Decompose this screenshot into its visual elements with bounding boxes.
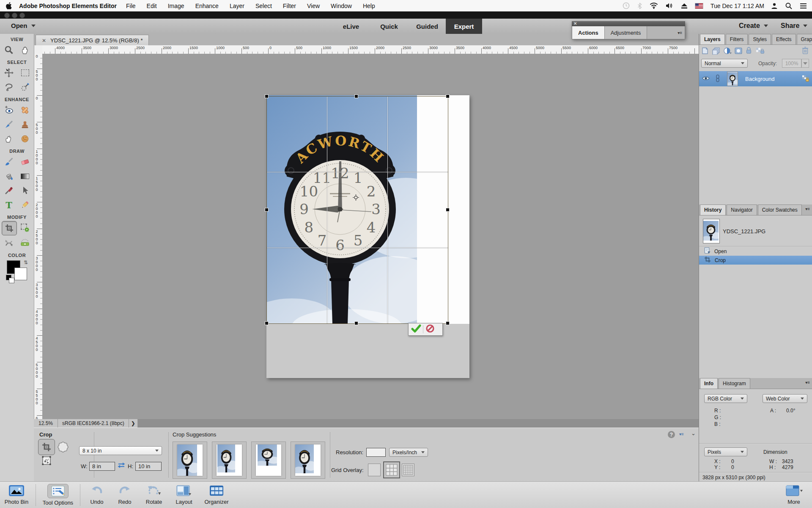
background-color-swatch[interactable] [14, 268, 27, 280]
hand-tool-icon[interactable] [18, 43, 32, 57]
organizer-button[interactable]: Organizer [199, 482, 234, 508]
zoom-tool-icon[interactable] [2, 43, 16, 57]
tab-history[interactable]: History [700, 204, 726, 215]
layer-lock-badge-icon[interactable] [802, 75, 809, 83]
window-close-button[interactable] [4, 13, 10, 18]
tab-adjustments[interactable]: Adjustments [605, 26, 647, 39]
layout-button[interactable]: Layout [169, 482, 199, 508]
crop-tool-icon[interactable] [2, 221, 17, 235]
eject-icon[interactable] [681, 3, 688, 9]
sponge-tool-icon[interactable] [18, 132, 32, 146]
time-machine-icon[interactable] [623, 2, 630, 9]
menu-bar-clock[interactable]: Tue Dec 17 1:12 AM [710, 3, 764, 9]
panel-menu-icon[interactable]: ▾≡ [805, 207, 810, 211]
quick-selection-tool-icon[interactable] [18, 80, 32, 94]
layer-link-icon[interactable] [715, 75, 720, 83]
crop-height-input[interactable]: 10 in [135, 462, 162, 471]
redo-button[interactable]: Redo [111, 482, 139, 508]
window-zoom-button[interactable] [19, 13, 25, 18]
panel-menu-icon[interactable]: ▾≡ [805, 380, 810, 385]
spot-healing-brush-tool-icon[interactable] [18, 103, 32, 117]
recompose-tool-icon[interactable] [18, 221, 32, 235]
collapse-options-chevron-icon[interactable]: ⌄ [691, 430, 696, 436]
crop-suggestion-3[interactable] [251, 442, 286, 479]
red-eye-removal-tool-icon[interactable] [2, 103, 16, 117]
menu-window[interactable]: Window [331, 3, 352, 9]
menu-edit[interactable]: Edit [147, 3, 157, 9]
menu-select[interactable]: Select [255, 3, 272, 9]
new-layer-icon[interactable] [701, 47, 709, 56]
tab-actions[interactable]: Actions [572, 26, 605, 39]
status-expand-chevron[interactable]: ❯ [129, 419, 138, 428]
tab-styles[interactable]: Styles [749, 34, 771, 44]
blend-mode-dropdown[interactable]: Normal [701, 59, 748, 68]
crop-handle-top-right[interactable] [446, 94, 450, 98]
crop-preset-dropdown[interactable]: 8 x 10 in [79, 446, 162, 455]
spotlight-search-icon[interactable] [785, 3, 792, 9]
crop-handle-bottom-right[interactable] [446, 321, 450, 325]
eyedropper-tool-icon[interactable] [2, 184, 16, 197]
perspective-crop-tool-icon[interactable] [41, 455, 52, 467]
open-button[interactable]: Open [11, 22, 36, 29]
menu-help[interactable]: Help [363, 3, 375, 9]
tab-expert[interactable]: Expert [446, 19, 482, 34]
crop-handle-top-left[interactable] [265, 94, 269, 98]
pencil-tool-icon[interactable] [18, 198, 32, 212]
swap-colors-icon[interactable]: ⇅ [24, 260, 28, 265]
smart-brush-tool-icon[interactable] [2, 118, 16, 131]
tab-color-swatches[interactable]: Color Swatches [758, 204, 802, 215]
tab-navigator[interactable]: Navigator [727, 204, 757, 215]
menu-layer[interactable]: Layer [230, 3, 244, 9]
content-aware-move-tool-icon[interactable] [2, 236, 16, 250]
tab-filters[interactable]: Filters [726, 34, 748, 44]
volume-icon[interactable] [666, 3, 673, 9]
more-button[interactable]: More [776, 482, 812, 508]
resolution-input[interactable] [366, 448, 386, 457]
swap-dimensions-icon[interactable] [117, 461, 126, 471]
grid-overlay-none-button[interactable] [368, 464, 381, 476]
new-group-icon[interactable] [712, 47, 720, 56]
crop-width-input[interactable]: 8 in [89, 462, 115, 471]
tab-histogram[interactable]: Histogram [719, 378, 750, 389]
tab-graphics[interactable]: Graphics [797, 34, 812, 44]
layer-mask-icon[interactable] [735, 47, 742, 55]
lock-all-icon[interactable] [746, 47, 752, 55]
tool-options-button[interactable]: Tool Options [38, 482, 77, 508]
resolution-units-dropdown[interactable]: Pixels/Inch [389, 448, 428, 457]
rectangular-marquee-tool-icon[interactable] [18, 66, 32, 80]
adjustment-layer-icon[interactable] [724, 47, 732, 56]
gradient-tool-icon[interactable] [18, 169, 32, 183]
brush-tool-icon[interactable] [2, 155, 16, 168]
crop-suggestion-2[interactable] [212, 442, 247, 479]
crop-suggestion-4[interactable] [291, 442, 325, 479]
options-menu-icon[interactable]: ▾≡ [679, 432, 684, 436]
create-button[interactable]: Create [739, 22, 768, 30]
crop-suggestion-1[interactable] [173, 442, 207, 479]
menu-enhance[interactable]: Enhance [195, 3, 219, 9]
tab-info[interactable]: Info [700, 378, 718, 389]
bluetooth-icon[interactable] [637, 3, 642, 9]
share-button[interactable]: Share [781, 22, 807, 30]
photo-bin-button[interactable]: Photo Bin [0, 482, 33, 508]
close-icon[interactable]: ✕ [42, 38, 46, 44]
tab-layers[interactable]: Layers [700, 34, 725, 44]
notification-center-icon[interactable] [800, 3, 807, 9]
type-tool-icon[interactable]: T [2, 198, 16, 212]
panel-menu-icon[interactable]: ▾≡ [678, 30, 682, 35]
menu-image[interactable]: Image [168, 3, 184, 9]
first-color-readout-dropdown[interactable]: RGB Color [704, 394, 747, 403]
crop-handle-bottom-left[interactable] [265, 321, 269, 325]
move-tool-icon[interactable] [2, 66, 16, 80]
document-page[interactable]: 121234567891011 ACWORTH [266, 95, 469, 378]
default-colors-icon[interactable] [9, 278, 14, 283]
wifi-icon[interactable] [650, 3, 658, 9]
layer-visibility-icon[interactable] [702, 76, 710, 82]
tab-effects[interactable]: Effects [772, 34, 796, 44]
crop-bounding-box[interactable] [266, 96, 448, 324]
cookie-cutter-tool-icon[interactable] [57, 441, 69, 455]
lock-transparent-icon[interactable] [756, 47, 764, 55]
rotate-button[interactable]: Rotate [139, 482, 169, 508]
menu-file[interactable]: File [126, 3, 136, 9]
help-icon[interactable]: ? [667, 431, 675, 440]
menu-filter[interactable]: Filter [283, 3, 296, 9]
